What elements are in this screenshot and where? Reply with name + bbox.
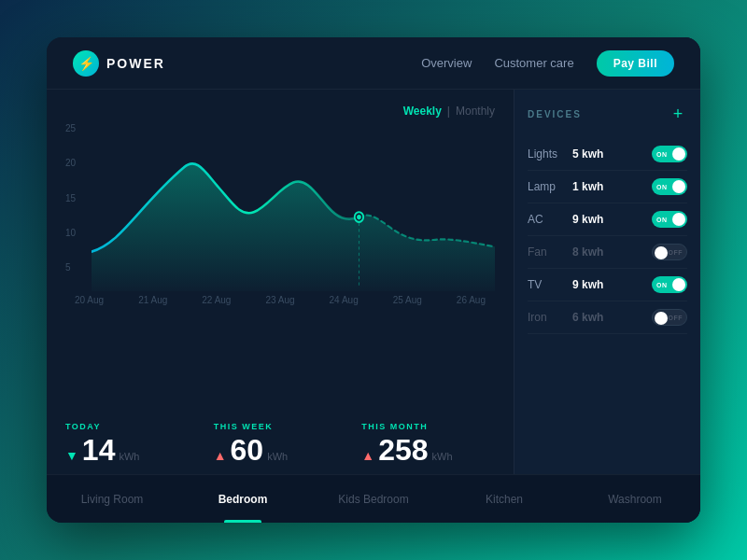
x-label-3: 23 Aug <box>265 295 294 305</box>
stat-today-value: ▼ 14 kWh <box>65 435 199 465</box>
pay-bill-button[interactable]: Pay Bill <box>597 50 674 77</box>
stat-week-arrow: ▲ <box>214 448 227 463</box>
device-lights-toggle[interactable]: ON <box>652 146 687 162</box>
chart-area: Weekly | Monthly 5 10 15 20 25 <box>65 105 495 411</box>
x-axis: 20 Aug 21 Aug 22 Aug 23 Aug 24 Aug 25 Au… <box>65 295 495 305</box>
devices-title: DEVICES <box>528 109 582 119</box>
stat-month-value: ▲ 258 kWh <box>361 435 495 465</box>
stat-week-unit: kWh <box>267 451 288 462</box>
device-lamp-toggle[interactable]: ON <box>652 178 687 195</box>
device-fan-kwh: 8 kwh <box>569 245 652 259</box>
left-panel: Weekly | Monthly 5 10 15 20 25 <box>47 90 514 474</box>
stat-month-arrow: ▲ <box>361 448 374 463</box>
device-lights-kwh: 5 kwh <box>569 147 652 161</box>
device-lights-name: Lights <box>528 147 569 161</box>
stats-row: TODAY ▼ 14 kWh THIS WEEK ▲ 60 kWh <box>65 411 495 474</box>
devices-panel: DEVICES + Lights 5 kwh ON Lamp 1 kwh ON <box>514 90 700 474</box>
devices-header: DEVICES + <box>528 105 687 123</box>
device-fan-toggle[interactable]: OFF <box>652 244 687 260</box>
x-label-1: 21 Aug <box>138 295 167 305</box>
tab-bedroom[interactable]: Bedroom <box>177 475 308 523</box>
chart-svg: 5 10 15 20 25 <box>65 123 495 291</box>
device-ac: AC 9 kwh ON <box>528 203 687 236</box>
stat-today: TODAY ▼ 14 kWh <box>65 422 199 465</box>
tab-washroom[interactable]: Washroom <box>570 475 700 523</box>
chart-header: Weekly | Monthly <box>65 105 495 118</box>
stat-week-label: THIS WEEK <box>214 422 347 431</box>
stat-week-number: 60 <box>231 435 264 465</box>
stat-today-unit: kWh <box>119 451 139 462</box>
main-content: Weekly | Monthly 5 10 15 20 25 <box>47 90 700 474</box>
chart-period-weekly[interactable]: Weekly <box>403 105 442 118</box>
x-label-4: 24 Aug <box>330 295 359 305</box>
device-ac-toggle[interactable]: ON <box>652 211 687 228</box>
device-lamp-name: Lamp <box>528 180 569 193</box>
device-iron-kwh: 6 kwh <box>569 311 652 324</box>
logo-text: POWER <box>106 56 165 71</box>
power-logo-icon: ⚡ <box>73 50 99 77</box>
stat-week-value: ▲ 60 kWh <box>214 435 347 465</box>
stat-month-number: 258 <box>378 435 428 465</box>
device-tv-name: TV <box>528 278 569 291</box>
device-ac-kwh: 9 kwh <box>569 213 652 226</box>
device-lights: Lights 5 kwh ON <box>528 138 687 171</box>
device-iron: Iron 6 kwh OFF <box>528 301 687 334</box>
x-label-5: 25 Aug <box>393 295 422 305</box>
device-fan-name: Fan <box>528 245 569 259</box>
stat-month: THIS MONTH ▲ 258 kWh <box>361 422 495 465</box>
x-label-2: 22 Aug <box>202 295 231 305</box>
device-lamp: Lamp 1 kwh ON <box>528 171 687 203</box>
chart-line-svg <box>65 123 495 291</box>
app-container: ⚡ POWER Overview Customer care Pay Bill … <box>47 37 700 523</box>
stat-month-label: THIS MONTH <box>361 422 495 431</box>
chart-period-divider: | <box>447 105 450 118</box>
nav-overview[interactable]: Overview <box>421 56 472 70</box>
device-iron-name: Iron <box>528 311 569 324</box>
tab-kids-bedroom[interactable]: Kids Bedroom <box>308 475 439 523</box>
logo-area: ⚡ POWER <box>73 50 165 77</box>
tab-kitchen[interactable]: Kitchen <box>439 475 570 523</box>
header-nav: Overview Customer care Pay Bill <box>421 50 674 77</box>
add-device-button[interactable]: + <box>669 105 687 123</box>
stat-month-unit: kWh <box>432 451 453 462</box>
header: ⚡ POWER Overview Customer care Pay Bill <box>47 37 700 90</box>
device-tv-kwh: 9 kwh <box>569 278 652 291</box>
tab-living-room[interactable]: Living Room <box>47 475 177 523</box>
nav-customer-care[interactable]: Customer care <box>494 56 573 70</box>
chart-period-monthly[interactable]: Monthly <box>456 105 495 118</box>
stat-week: THIS WEEK ▲ 60 kWh <box>214 422 347 465</box>
x-label-0: 20 Aug <box>75 295 104 305</box>
x-label-6: 26 Aug <box>457 295 486 305</box>
stat-today-label: TODAY <box>65 422 199 431</box>
device-tv-toggle[interactable]: ON <box>652 276 687 293</box>
stat-today-arrow: ▼ <box>65 448 78 463</box>
device-tv: TV 9 kwh ON <box>528 269 687 301</box>
device-iron-toggle[interactable]: OFF <box>652 309 687 326</box>
stat-today-number: 14 <box>82 435 116 465</box>
device-lamp-kwh: 1 kwh <box>569 180 652 193</box>
device-fan: Fan 8 kwh OFF <box>528 236 687 269</box>
room-tabs: Living Room Bedroom Kids Bedroom Kitchen… <box>47 474 700 523</box>
device-ac-name: AC <box>528 213 569 226</box>
